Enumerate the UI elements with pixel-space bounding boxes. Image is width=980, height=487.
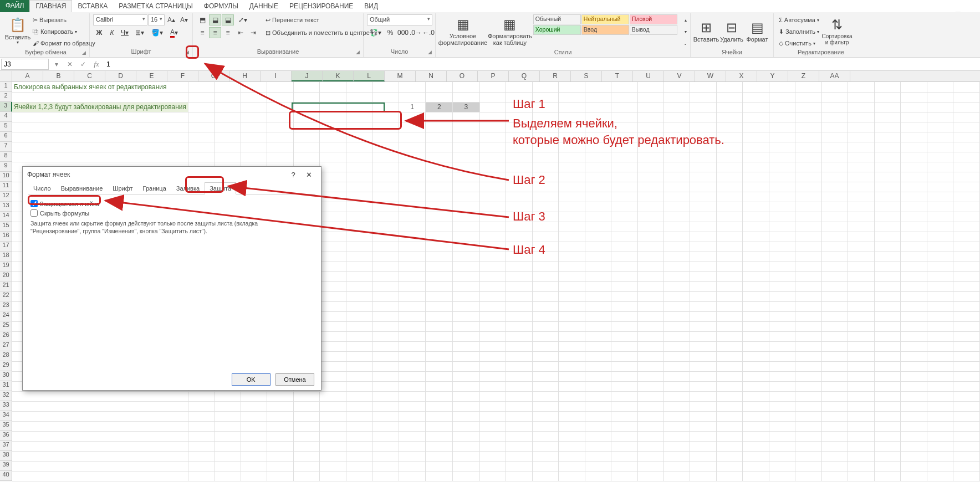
- cell[interactable]: [12, 142, 188, 152]
- cell[interactable]: [426, 222, 453, 232]
- cell[interactable]: [664, 361, 690, 371]
- cell[interactable]: [532, 351, 558, 361]
- cell[interactable]: [479, 212, 506, 222]
- cell[interactable]: [293, 411, 319, 421]
- name-box[interactable]: [1, 59, 49, 70]
- cell[interactable]: [821, 212, 848, 222]
- cell[interactable]: [372, 132, 399, 142]
- cell[interactable]: [426, 391, 453, 401]
- cell[interactable]: [320, 242, 346, 252]
- cell[interactable]: [716, 102, 742, 112]
- cell[interactable]: [743, 291, 769, 301]
- cell[interactable]: [372, 301, 399, 311]
- cell[interactable]: [293, 431, 319, 441]
- cell[interactable]: [346, 301, 372, 311]
- cell[interactable]: [769, 102, 795, 112]
- cell[interactable]: [901, 82, 927, 92]
- cell[interactable]: [821, 271, 848, 281]
- cell[interactable]: [664, 461, 690, 471]
- cell[interactable]: [585, 162, 611, 172]
- cell[interactable]: [821, 421, 848, 431]
- cell[interactable]: [611, 461, 637, 471]
- cell[interactable]: [743, 411, 769, 421]
- cell[interactable]: [848, 421, 874, 431]
- cell[interactable]: [585, 301, 611, 311]
- cell[interactable]: [453, 212, 480, 222]
- cell[interactable]: [637, 451, 663, 461]
- cell[interactable]: [426, 202, 453, 212]
- cell[interactable]: [637, 341, 663, 351]
- cell[interactable]: [664, 142, 690, 152]
- cell[interactable]: [506, 291, 532, 301]
- cell[interactable]: [901, 142, 927, 152]
- underline-button[interactable]: Ч▾: [119, 27, 131, 38]
- cell[interactable]: [399, 232, 426, 242]
- cell[interactable]: [848, 202, 874, 212]
- cell[interactable]: [293, 122, 319, 132]
- cell[interactable]: [848, 212, 874, 222]
- cell[interactable]: [399, 142, 426, 152]
- cell[interactable]: [637, 331, 663, 341]
- cell[interactable]: [901, 162, 927, 172]
- cell[interactable]: [346, 371, 372, 381]
- cell[interactable]: [372, 242, 399, 252]
- cell[interactable]: [506, 441, 532, 451]
- cell[interactable]: [874, 321, 900, 331]
- hidden-label[interactable]: Скрыть формулы: [40, 210, 89, 217]
- cell[interactable]: [372, 351, 399, 361]
- cell[interactable]: [267, 411, 293, 421]
- cell[interactable]: [795, 192, 821, 202]
- cell[interactable]: [372, 212, 399, 222]
- style-normal[interactable]: Обычный: [533, 14, 581, 24]
- cell[interactable]: [453, 421, 480, 431]
- cell[interactable]: [320, 281, 346, 291]
- cell[interactable]: [241, 471, 267, 481]
- cell[interactable]: [188, 401, 215, 411]
- cell[interactable]: [399, 172, 426, 182]
- cell[interactable]: [188, 391, 215, 401]
- cell[interactable]: [901, 202, 927, 212]
- cell[interactable]: [585, 401, 611, 411]
- cell[interactable]: [426, 441, 453, 451]
- cell[interactable]: [585, 291, 611, 301]
- cell[interactable]: [927, 252, 953, 262]
- cell[interactable]: [821, 341, 848, 351]
- cell[interactable]: [267, 451, 293, 461]
- cell[interactable]: [927, 291, 953, 301]
- cell[interactable]: [901, 351, 927, 361]
- cell[interactable]: [716, 162, 742, 172]
- row-header[interactable]: 7: [0, 142, 12, 152]
- cell[interactable]: [874, 411, 900, 421]
- cell[interactable]: [664, 232, 690, 242]
- cell[interactable]: [874, 281, 900, 291]
- style-output[interactable]: Вывод: [630, 25, 677, 35]
- cell[interactable]: [372, 202, 399, 212]
- cell[interactable]: [585, 441, 611, 451]
- cell[interactable]: [426, 212, 453, 222]
- cell[interactable]: [848, 321, 874, 331]
- cell[interactable]: [769, 172, 795, 182]
- cell[interactable]: [927, 132, 953, 142]
- cell[interactable]: [399, 341, 426, 351]
- cell[interactable]: [506, 262, 532, 271]
- cell[interactable]: [559, 192, 585, 202]
- cell[interactable]: [821, 132, 848, 142]
- cell[interactable]: [399, 321, 426, 331]
- col-header[interactable]: N: [416, 71, 447, 81]
- cell[interactable]: [795, 361, 821, 371]
- cell[interactable]: [874, 361, 900, 371]
- cell[interactable]: [320, 461, 346, 471]
- cell[interactable]: [821, 192, 848, 202]
- bold-button[interactable]: Ж: [93, 27, 105, 38]
- cell[interactable]: [426, 122, 453, 132]
- cell[interactable]: [927, 152, 953, 162]
- cell[interactable]: [848, 162, 874, 172]
- cell[interactable]: [267, 132, 293, 142]
- cell[interactable]: [769, 331, 795, 341]
- cell[interactable]: [506, 192, 532, 202]
- cell[interactable]: [716, 351, 742, 361]
- cell[interactable]: [585, 451, 611, 461]
- paste-button[interactable]: 📋 Вставить ▾: [6, 14, 30, 49]
- cell[interactable]: [559, 142, 585, 152]
- cell[interactable]: [399, 192, 426, 202]
